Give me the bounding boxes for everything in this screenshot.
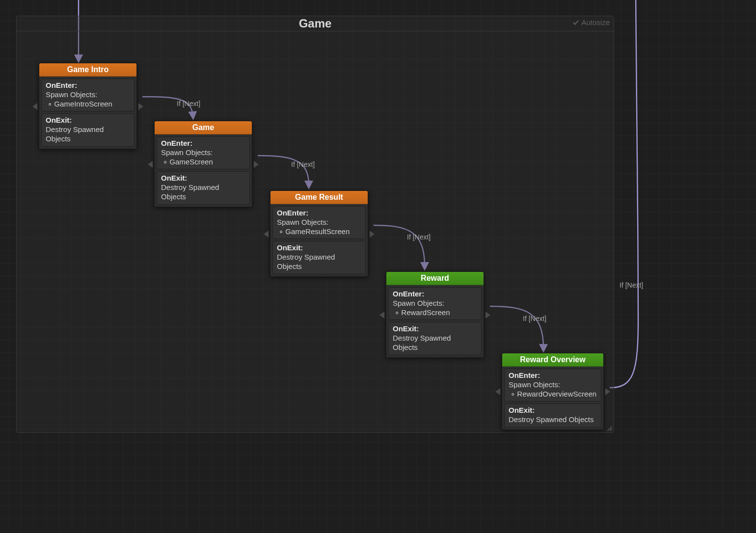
node-title: Game	[155, 121, 252, 134]
output-port[interactable]	[370, 231, 375, 238]
input-port[interactable]	[32, 103, 37, 110]
group-header[interactable]: Game Autosize	[17, 16, 614, 31]
state-node-reward-overview[interactable]: Reward Overview OnEnter: Spawn Objects: …	[502, 353, 604, 430]
on-exit-section: OnExit: Destroy Spawned Objects	[157, 171, 250, 204]
input-port[interactable]	[379, 312, 384, 319]
edge-label: If [Next]	[523, 315, 546, 322]
edge-label: If [Next]	[291, 160, 315, 168]
node-title: Game Result	[270, 191, 368, 204]
node-title: Reward	[386, 272, 484, 285]
node-title: Game Intro	[39, 63, 136, 77]
edge-label: If [Next]	[177, 100, 200, 107]
on-enter-section: OnEnter: Spawn Objects: ∘ GameResultScre…	[272, 206, 366, 239]
input-port[interactable]	[148, 161, 153, 168]
node-title: Reward Overview	[502, 353, 603, 367]
on-enter-section: OnEnter: Spawn Objects: ∘ GameIntroScree…	[41, 79, 135, 111]
autosize-label: Autosize	[581, 18, 610, 27]
resize-handle-icon[interactable]	[606, 425, 613, 431]
state-node-game-result[interactable]: Game Result OnEnter: Spawn Objects: ∘ Ga…	[270, 190, 368, 277]
check-icon	[572, 19, 579, 26]
on-exit-section: OnExit: Destroy Spawned Objects	[504, 403, 601, 427]
input-port[interactable]	[495, 388, 500, 395]
on-enter-section: OnEnter: Spawn Objects: ∘ RewardOverview…	[504, 369, 601, 401]
edge-label: If [Next]	[620, 281, 643, 289]
output-port[interactable]	[486, 312, 490, 319]
state-node-game[interactable]: Game OnEnter: Spawn Objects: ∘ GameScree…	[154, 121, 252, 207]
on-enter-section: OnEnter: Spawn Objects: ∘ RewardScreen	[388, 287, 482, 320]
output-port[interactable]	[605, 388, 610, 395]
state-node-game-intro[interactable]: Game Intro OnEnter: Spawn Objects: ∘ Gam…	[39, 63, 137, 149]
on-exit-section: OnExit: Destroy Spawned Objects	[388, 322, 482, 355]
group-title: Game	[299, 17, 332, 30]
on-enter-section: OnEnter: Spawn Objects: ∘ GameScreen	[157, 136, 250, 169]
on-exit-section: OnExit: Destroy Spawned Objects	[272, 241, 366, 274]
on-exit-section: OnExit: Destroy Spawned Objects	[41, 113, 135, 146]
edge-label: If [Next]	[407, 233, 431, 241]
output-port[interactable]	[254, 161, 259, 168]
autosize-toggle[interactable]: Autosize	[572, 18, 610, 27]
output-port[interactable]	[138, 103, 143, 110]
state-node-reward[interactable]: Reward OnEnter: Spawn Objects: ∘ RewardS…	[386, 271, 484, 358]
input-port[interactable]	[264, 231, 269, 238]
